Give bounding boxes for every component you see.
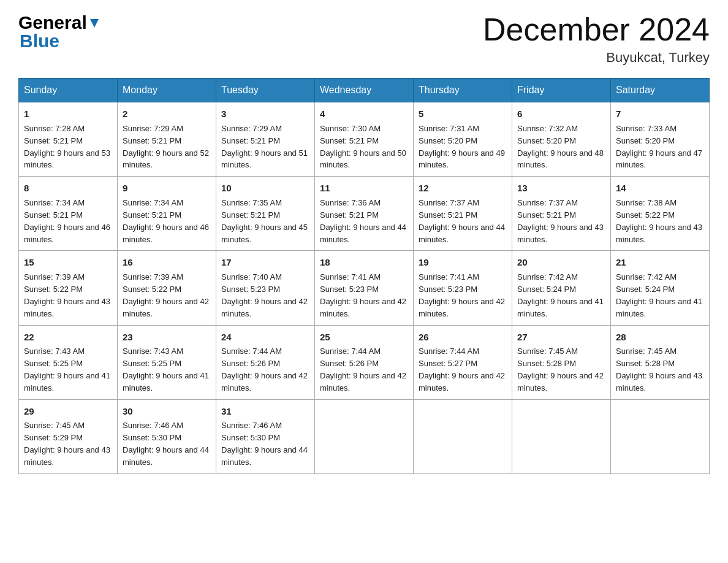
calendar-cell	[512, 399, 611, 473]
day-info: Sunrise: 7:41 AMSunset: 5:23 PMDaylight:…	[320, 272, 406, 318]
day-number: 3	[221, 107, 309, 121]
day-number: 12	[419, 182, 507, 195]
day-info: Sunrise: 7:29 AMSunset: 5:21 PMDaylight:…	[221, 124, 308, 170]
day-number: 28	[616, 331, 704, 344]
calendar-cell: 5 Sunrise: 7:31 AMSunset: 5:20 PMDayligh…	[414, 102, 512, 177]
day-number: 15	[24, 256, 112, 269]
day-info: Sunrise: 7:45 AMSunset: 5:28 PMDaylight:…	[517, 347, 604, 393]
calendar-cell: 2 Sunrise: 7:29 AMSunset: 5:21 PMDayligh…	[118, 102, 216, 177]
day-info: Sunrise: 7:46 AMSunset: 5:30 PMDaylight:…	[221, 421, 308, 467]
calendar-cell: 7 Sunrise: 7:33 AMSunset: 5:20 PMDayligh…	[611, 102, 710, 177]
calendar-cell: 11 Sunrise: 7:36 AMSunset: 5:21 PMDaylig…	[315, 177, 414, 251]
calendar-cell: 3 Sunrise: 7:29 AMSunset: 5:21 PMDayligh…	[216, 102, 315, 177]
weekday-header-tuesday: Tuesday	[216, 79, 315, 102]
day-info: Sunrise: 7:43 AMSunset: 5:25 PMDaylight:…	[24, 347, 110, 393]
day-number: 18	[320, 256, 408, 269]
svg-marker-0	[90, 19, 99, 28]
day-number: 17	[221, 256, 309, 269]
weekday-header-thursday: Thursday	[414, 79, 512, 102]
calendar-cell: 8 Sunrise: 7:34 AMSunset: 5:21 PMDayligh…	[19, 177, 118, 251]
calendar-cell: 6 Sunrise: 7:32 AMSunset: 5:20 PMDayligh…	[512, 102, 611, 177]
day-number: 10	[221, 182, 309, 195]
weekday-header-friday: Friday	[512, 79, 611, 102]
day-number: 1	[24, 107, 112, 121]
day-number: 9	[123, 182, 211, 195]
calendar-cell: 17 Sunrise: 7:40 AMSunset: 5:23 PMDaylig…	[216, 251, 315, 325]
day-info: Sunrise: 7:43 AMSunset: 5:25 PMDaylight:…	[123, 347, 209, 393]
calendar-cell: 27 Sunrise: 7:45 AMSunset: 5:28 PMDaylig…	[512, 325, 611, 399]
calendar-cell: 24 Sunrise: 7:44 AMSunset: 5:26 PMDaylig…	[216, 325, 315, 399]
day-number: 5	[419, 107, 507, 121]
calendar-cell: 26 Sunrise: 7:44 AMSunset: 5:27 PMDaylig…	[414, 325, 512, 399]
calendar-cell: 29 Sunrise: 7:45 AMSunset: 5:29 PMDaylig…	[19, 399, 118, 473]
calendar-cell: 31 Sunrise: 7:46 AMSunset: 5:30 PMDaylig…	[216, 399, 315, 473]
day-number: 25	[320, 331, 408, 344]
day-info: Sunrise: 7:42 AMSunset: 5:24 PMDaylight:…	[616, 272, 702, 318]
day-info: Sunrise: 7:33 AMSunset: 5:20 PMDaylight:…	[616, 124, 702, 170]
day-number: 16	[123, 256, 211, 269]
calendar-cell: 10 Sunrise: 7:35 AMSunset: 5:21 PMDaylig…	[216, 177, 315, 251]
calendar-cell: 20 Sunrise: 7:42 AMSunset: 5:24 PMDaylig…	[512, 251, 611, 325]
day-number: 21	[616, 256, 704, 269]
day-info: Sunrise: 7:36 AMSunset: 5:21 PMDaylight:…	[320, 198, 406, 244]
day-info: Sunrise: 7:28 AMSunset: 5:21 PMDaylight:…	[24, 124, 110, 170]
day-info: Sunrise: 7:39 AMSunset: 5:22 PMDaylight:…	[123, 272, 209, 318]
weekday-header-sunday: Sunday	[19, 79, 118, 102]
calendar-cell: 25 Sunrise: 7:44 AMSunset: 5:26 PMDaylig…	[315, 325, 414, 399]
logo-line1: General	[18, 12, 100, 33]
day-info: Sunrise: 7:34 AMSunset: 5:21 PMDaylight:…	[24, 198, 110, 244]
calendar-cell: 4 Sunrise: 7:30 AMSunset: 5:21 PMDayligh…	[315, 102, 414, 177]
day-number: 13	[517, 182, 605, 195]
calendar-week-row: 22 Sunrise: 7:43 AMSunset: 5:25 PMDaylig…	[19, 325, 710, 399]
calendar-week-row: 1 Sunrise: 7:28 AMSunset: 5:21 PMDayligh…	[19, 102, 710, 177]
day-number: 6	[517, 107, 605, 121]
calendar-cell: 28 Sunrise: 7:45 AMSunset: 5:28 PMDaylig…	[611, 325, 710, 399]
calendar-cell: 21 Sunrise: 7:42 AMSunset: 5:24 PMDaylig…	[611, 251, 710, 325]
day-info: Sunrise: 7:41 AMSunset: 5:23 PMDaylight:…	[419, 272, 505, 318]
day-info: Sunrise: 7:29 AMSunset: 5:21 PMDaylight:…	[123, 124, 209, 170]
day-number: 4	[320, 107, 408, 121]
day-number: 20	[517, 256, 605, 269]
calendar-cell: 13 Sunrise: 7:37 AMSunset: 5:21 PMDaylig…	[512, 177, 611, 251]
logo: General Blue	[18, 12, 100, 52]
logo-arrow-icon	[89, 12, 100, 33]
calendar-cell: 1 Sunrise: 7:28 AMSunset: 5:21 PMDayligh…	[19, 102, 118, 177]
calendar-cell	[611, 399, 710, 473]
day-info: Sunrise: 7:34 AMSunset: 5:21 PMDaylight:…	[123, 198, 209, 244]
day-number: 30	[123, 405, 211, 418]
day-info: Sunrise: 7:38 AMSunset: 5:22 PMDaylight:…	[616, 198, 702, 244]
calendar-cell: 15 Sunrise: 7:39 AMSunset: 5:22 PMDaylig…	[19, 251, 118, 325]
day-info: Sunrise: 7:39 AMSunset: 5:22 PMDaylight:…	[24, 272, 110, 318]
calendar-cell: 30 Sunrise: 7:46 AMSunset: 5:30 PMDaylig…	[118, 399, 216, 473]
title-section: December 2024 Buyukcat, Turkey	[483, 12, 710, 66]
weekday-header-wednesday: Wednesday	[315, 79, 414, 102]
day-number: 27	[517, 331, 605, 344]
calendar-cell: 18 Sunrise: 7:41 AMSunset: 5:23 PMDaylig…	[315, 251, 414, 325]
calendar-cell: 19 Sunrise: 7:41 AMSunset: 5:23 PMDaylig…	[414, 251, 512, 325]
day-info: Sunrise: 7:44 AMSunset: 5:26 PMDaylight:…	[221, 347, 308, 393]
day-number: 2	[123, 107, 211, 121]
calendar-cell: 16 Sunrise: 7:39 AMSunset: 5:22 PMDaylig…	[118, 251, 216, 325]
calendar-cell	[414, 399, 512, 473]
calendar-cell: 9 Sunrise: 7:34 AMSunset: 5:21 PMDayligh…	[118, 177, 216, 251]
logo-general: General	[18, 12, 87, 33]
day-info: Sunrise: 7:44 AMSunset: 5:26 PMDaylight:…	[320, 347, 406, 393]
calendar-subtitle: Buyukcat, Turkey	[483, 50, 710, 66]
day-info: Sunrise: 7:30 AMSunset: 5:21 PMDaylight:…	[320, 124, 406, 170]
day-info: Sunrise: 7:40 AMSunset: 5:23 PMDaylight:…	[221, 272, 308, 318]
day-number: 23	[123, 331, 211, 344]
day-number: 22	[24, 331, 112, 344]
day-number: 26	[419, 331, 507, 344]
day-info: Sunrise: 7:46 AMSunset: 5:30 PMDaylight:…	[123, 421, 209, 467]
weekday-header-monday: Monday	[118, 79, 216, 102]
day-info: Sunrise: 7:45 AMSunset: 5:28 PMDaylight:…	[616, 347, 702, 393]
logo-blue: Blue	[20, 31, 59, 52]
day-number: 7	[616, 107, 704, 121]
day-number: 29	[24, 405, 112, 418]
day-info: Sunrise: 7:37 AMSunset: 5:21 PMDaylight:…	[517, 198, 604, 244]
day-info: Sunrise: 7:44 AMSunset: 5:27 PMDaylight:…	[419, 347, 505, 393]
calendar-title: December 2024	[483, 12, 710, 47]
page-header: General Blue December 2024 Buyukcat, Tur…	[18, 12, 710, 66]
day-number: 11	[320, 182, 408, 195]
weekday-header-row: SundayMondayTuesdayWednesdayThursdayFrid…	[19, 79, 710, 102]
